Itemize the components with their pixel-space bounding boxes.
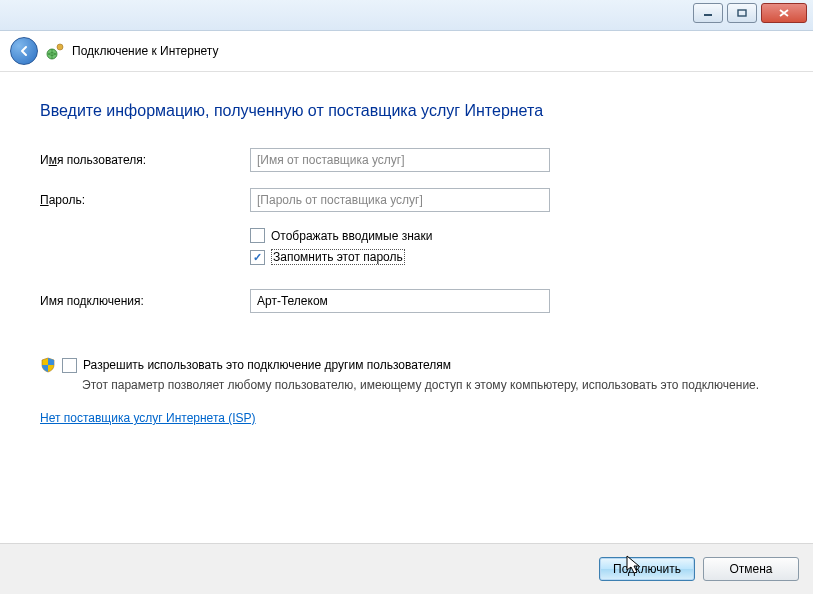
minimize-icon [703,9,713,17]
maximize-button[interactable] [727,3,757,23]
minimize-button[interactable] [693,3,723,23]
password-row: Пароль: [40,188,773,212]
back-button[interactable] [10,37,38,65]
page-heading: Введите информацию, полученную от постав… [40,102,773,120]
globe-network-icon [46,42,64,60]
svg-point-3 [57,44,63,50]
allow-others-checkbox[interactable] [62,358,77,373]
wizard-body: Введите информацию, полученную от постав… [0,72,813,425]
maximize-icon [737,9,747,17]
allow-others-label: Разрешить использовать это подключение д… [83,358,451,372]
allow-others-description: Этот параметр позволяет любому пользоват… [82,377,772,393]
wizard-header: Подключение к Интернету [0,31,813,72]
close-icon [778,8,790,18]
wizard-footer: Подключить Отмена [0,543,813,594]
show-characters-checkbox[interactable] [250,228,265,243]
uac-shield-icon [40,357,56,373]
username-label: Имя пользователя: [40,153,250,167]
arrow-left-icon [17,44,31,58]
show-chars-row: Отображать вводимые знаки Запомнить этот… [40,228,773,271]
window-controls [693,3,807,23]
remember-password-label: Запомнить этот пароль [271,249,405,265]
password-label: Пароль: [40,193,250,207]
connect-button[interactable]: Подключить [599,557,695,581]
remember-password-checkbox[interactable] [250,250,265,265]
cancel-button[interactable]: Отмена [703,557,799,581]
svg-rect-0 [704,14,712,16]
username-row: Имя пользователя: [40,148,773,172]
show-characters-label: Отображать вводимые знаки [271,229,433,243]
wizard-title: Подключение к Интернету [72,44,219,58]
svg-rect-1 [738,10,746,16]
password-input[interactable] [250,188,550,212]
connection-name-input[interactable] [250,289,550,313]
wizard-window: Подключение к Интернету Введите информац… [0,0,813,594]
close-button[interactable] [761,3,807,23]
connection-name-row: Имя подключения: [40,289,773,313]
connection-name-label: Имя подключения: [40,294,250,308]
no-isp-link[interactable]: Нет поставщика услуг Интернета (ISP) [40,411,256,425]
allow-others-block: Разрешить использовать это подключение д… [40,357,773,393]
username-input[interactable] [250,148,550,172]
titlebar [0,0,813,31]
